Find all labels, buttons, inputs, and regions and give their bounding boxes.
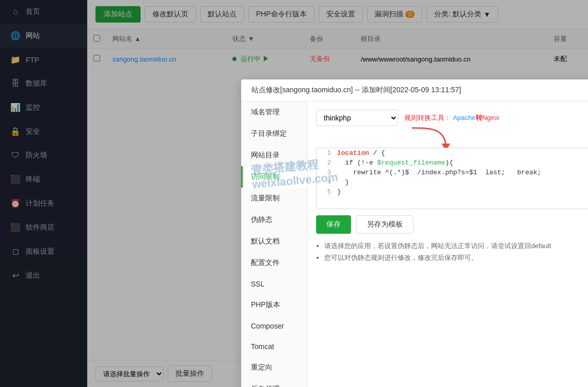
modal-nav-subdir[interactable]: 子目录绑定 [241,123,307,145]
rule-select-row: thinkphp wordpress laravel 规则转换工具： Apach… [316,110,588,126]
modal-overlay: 站点修改[sangong.taomiduo.cn] -- 添加时间[2022-0… [0,0,588,387]
modal-nav-domain[interactable]: 域名管理 [241,101,307,123]
modal-nav-ssl[interactable]: SSL [241,274,307,294]
modal-nav-redirect[interactable]: 重定向 [241,357,307,378]
save-button[interactable]: 保存 [316,215,351,234]
code-line-4: 4 } [317,177,588,187]
code-line-1: 1 location / { [317,148,588,158]
save-row: 保存 另存为模板 [316,215,588,234]
modal-nav-pseudo-static[interactable]: 伪静态 [241,209,307,231]
tips-section: 请选择您的应用，若设置伪静态后，网站无法正常访问，请尝试设置回default 您… [316,240,588,264]
code-editor[interactable]: 1 location / { 2 if (!-e $request_filena… [316,148,588,209]
modal-nav-default-doc[interactable]: 默认文档 [241,231,307,252]
modal-nav-reverse-proxy[interactable]: 反向代理 [241,378,307,387]
rule-select-container: thinkphp wordpress laravel 规则转换工具： Apach… [316,110,588,126]
modal-body: 域名管理 子目录绑定 网站目录 访问限制 流量限制 伪静态 默认 [241,101,588,387]
modal-nav-php-version[interactable]: PHP版本 [241,294,307,316]
code-line-5: 5 } [317,187,588,197]
modal-nav-access[interactable]: 访问限制 [241,166,307,188]
rule-convert-label: 规则转换工具： Apache转Nginx [404,113,499,123]
modal-nav-sitedir[interactable]: 网站目录 [241,145,307,166]
code-line-2: 2 if (!-e $request_filename){ [317,158,588,168]
tip-2: 您可以对伪静态规则进行修改，修改完后保存即可。 [324,252,588,263]
nginx-label[interactable]: Nginx [482,114,499,121]
modal-nav-traffic[interactable]: 流量限制 [241,188,307,209]
site-edit-modal: 站点修改[sangong.taomiduo.cn] -- 添加时间[2022-0… [241,79,588,387]
rule-select[interactable]: thinkphp wordpress laravel [316,110,398,126]
code-line-3: 3 rewrite ^(.*)$ /index.php?s=$1 last; b… [317,168,588,177]
modal-nav-config[interactable]: 配置文件 [241,252,307,274]
modal-nav: 域名管理 子目录绑定 网站目录 访问限制 流量限制 伪静态 默认 [241,101,308,387]
convert-arrow-text: 转 [476,114,482,121]
modal-title: 站点修改[sangong.taomiduo.cn] -- 添加时间[2022-0… [251,86,461,94]
modal-main-content: thinkphp wordpress laravel 规则转换工具： Apach… [308,101,588,387]
save-template-button[interactable]: 另存为模板 [356,215,414,234]
tip-1: 请选择您的应用，若设置伪静态后，网站无法正常访问，请尝试设置回default [324,240,588,252]
modal-nav-composer[interactable]: Composer [241,316,307,336]
modal-nav-tomcat[interactable]: Tomcat [241,336,307,357]
modal-header: 站点修改[sangong.taomiduo.cn] -- 添加时间[2022-0… [241,79,588,101]
apache-label[interactable]: Apache [453,114,476,121]
